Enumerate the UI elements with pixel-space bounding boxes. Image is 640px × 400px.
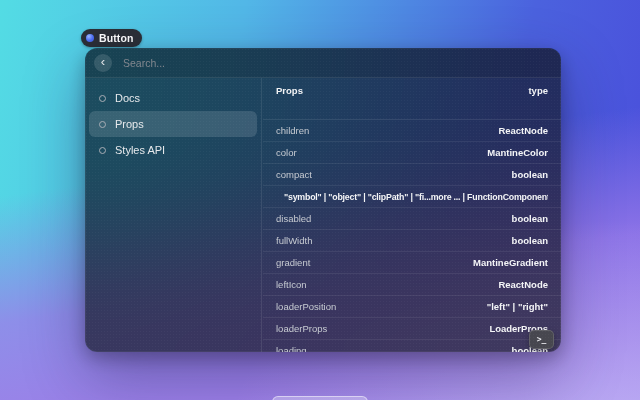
sidebar-list: Docs Props Styles API (85, 78, 262, 352)
prop-name: children (276, 125, 309, 136)
docs-spotlight-panel: ‹ Docs Props Styles API Props type child… (85, 48, 561, 352)
prop-name: loading (276, 345, 307, 352)
prop-name: loaderProps (276, 323, 327, 334)
sidebar-item-styles-api[interactable]: Styles API (89, 137, 257, 163)
props-table: Props type children ReactNode color Mant… (263, 78, 561, 352)
table-row[interactable]: disabled boolean (263, 208, 561, 230)
table-row[interactable]: loaderProps LoaderProps (263, 318, 561, 340)
prop-type: ReactNode (317, 125, 548, 136)
chevron-left-icon: ‹ (101, 55, 105, 68)
prop-type: "symbol" | "object" | "clipPath" | "fi..… (284, 192, 548, 202)
table-row[interactable]: color MantineColor (263, 142, 561, 164)
props-table-body: children ReactNode color MantineColor co… (263, 120, 561, 352)
prop-type: "left" | "right" (344, 301, 548, 312)
prop-name: fullWidth (276, 235, 312, 246)
prop-type: boolean (315, 345, 548, 352)
table-row[interactable]: "symbol" | "object" | "clipPath" | "fi..… (263, 186, 561, 208)
table-row[interactable]: leftIcon ReactNode (263, 274, 561, 296)
sidebar-item-label: Styles API (115, 144, 165, 156)
prop-name: disabled (276, 213, 311, 224)
terminal-button[interactable]: >_ (529, 330, 554, 349)
bottom-edge-peek-element (272, 396, 368, 400)
prop-type: MantineColor (305, 147, 548, 158)
table-row[interactable]: children ReactNode (263, 120, 561, 142)
prop-type: boolean (319, 213, 548, 224)
prop-type: boolean (320, 169, 548, 180)
back-button[interactable]: ‹ (94, 54, 112, 72)
prop-name: color (276, 147, 297, 158)
sidebar-item-label: Docs (115, 92, 140, 104)
header-props-label: Props (276, 85, 303, 96)
search-bar: ‹ (85, 48, 561, 78)
table-row[interactable]: gradient MantineGradient (263, 252, 561, 274)
circle-outline-icon (99, 95, 106, 102)
prop-type: LoaderProps (335, 323, 548, 334)
circle-outline-icon (99, 147, 106, 154)
table-row[interactable]: loaderPosition "left" | "right" (263, 296, 561, 318)
sidebar-item-props[interactable]: Props (89, 111, 257, 137)
circle-outline-icon (99, 121, 106, 128)
button-component-pill[interactable]: Button (81, 29, 142, 47)
sidebar-item-label: Props (115, 118, 144, 130)
prop-name: gradient (276, 257, 310, 268)
search-input[interactable] (121, 56, 552, 70)
prop-type: ReactNode (315, 279, 548, 290)
blue-dot-icon (86, 34, 94, 42)
screen: Button ‹ Docs Props Styles API Props typ… (0, 0, 640, 400)
prop-type: MantineGradient (318, 257, 548, 268)
button-pill-label: Button (99, 32, 133, 44)
prop-name: leftIcon (276, 279, 307, 290)
table-row[interactable]: compact boolean (263, 164, 561, 186)
sidebar-item-docs[interactable]: Docs (89, 85, 257, 111)
prop-name: compact (276, 169, 312, 180)
prop-type: boolean (320, 235, 548, 246)
props-table-header: Props type (263, 78, 561, 120)
prop-name: loaderPosition (276, 301, 336, 312)
table-row[interactable]: fullWidth boolean (263, 230, 561, 252)
table-row[interactable]: loading boolean (263, 340, 561, 352)
terminal-icon: >_ (537, 335, 547, 344)
header-type-label: type (528, 85, 548, 96)
